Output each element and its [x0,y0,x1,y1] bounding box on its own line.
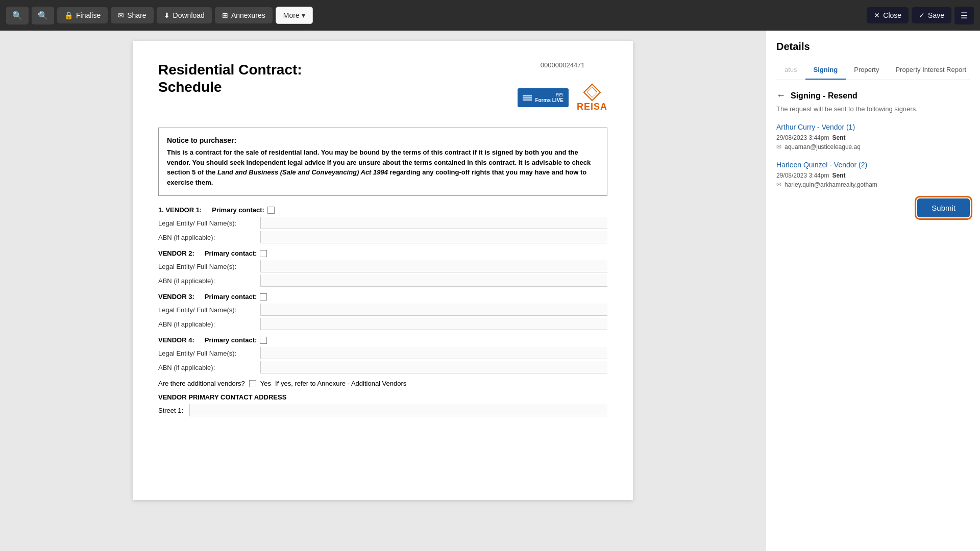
finalise-label: Finalise [76,11,101,19]
vendor-2-legal-entity-row: Legal Entity/ Full Name(s): [158,260,607,272]
download-button[interactable]: ⬇ Download [157,7,212,23]
sidebar: Details atus Signing Property Property I… [766,31,980,551]
additional-vendors-checkbox[interactable] [249,380,256,387]
signer-2-card: Harleen Quinzel - Vendor (2) 29/08/2023 … [776,161,970,188]
signer-1-email-row: ✉ aquaman@justiceleague.aq [776,143,970,151]
vendor-2-primary-checkbox[interactable] [260,250,267,257]
vendor-4-primary-contact: Primary contact: [205,336,267,344]
rei-logo-text: REI Forms LIVE [535,92,564,103]
tab-signing[interactable]: Signing [805,61,846,80]
vendor-4-legal-entity-input[interactable] [260,347,607,359]
signer-1-name[interactable]: Arthur Curry - Vendor (1) [776,123,970,131]
submit-btn-area: Submit [776,198,970,228]
street-1-row: Street 1: [158,404,607,416]
vendor-3-legal-entity-input[interactable] [260,304,607,316]
title-line2: Schedule [158,79,302,96]
signer-1-card: Arthur Curry - Vendor (1) 29/08/2023 3:4… [776,123,970,151]
tab-property-interest-report[interactable]: Property Interest Report [887,61,974,80]
share-label: Share [127,11,146,19]
sidebar-header: Details atus Signing Property Property I… [766,31,980,80]
vendor-1-abn-input[interactable] [260,231,607,243]
rei-lines-icon [523,95,532,101]
submit-button[interactable]: Submit [917,198,970,217]
reisa-logo: REISA [577,83,607,112]
close-button[interactable]: ✕ Close [867,7,909,23]
sidebar-title: Details [776,41,970,53]
share-button[interactable]: ✉ Share [111,7,153,23]
vendor-4-legal-entity-row: Legal Entity/ Full Name(s): [158,347,607,359]
signing-subtitle: The request will be sent to the followin… [776,105,970,113]
doc-number: 000000024471 [541,61,585,69]
tab-property[interactable]: Property [846,61,887,80]
menu-button[interactable]: ☰ [954,7,974,24]
vendor-3-label: VENDOR 3: Primary contact: [158,293,607,300]
checkmark-icon: ✓ [919,11,925,19]
doc-title: Residential Contract: Schedule [158,61,302,95]
vendor-2-abn-input[interactable] [260,274,607,287]
finalise-button[interactable]: 🔒 Finalise [57,7,108,23]
lock-icon: 🔒 [64,11,73,19]
close-label: Close [883,11,901,19]
vendor-3-abn-row: ABN (if applicable): [158,318,607,330]
notice-italic-text: Land and Business (Sale and Conveyancing… [217,168,388,176]
toolbar-right: ✕ Close ✓ Save ☰ [867,7,974,24]
search-button-1[interactable]: 🔍 [6,7,29,24]
save-button[interactable]: ✓ Save [912,7,951,23]
vendor-3-legal-entity-row: Legal Entity/ Full Name(s): [158,304,607,316]
signer-2-email: harley.quin@arkhamrealty.gotham [785,181,877,188]
document-page: Residential Contract: Schedule 000000024… [133,41,633,500]
signer-2-meta: 29/08/2023 3:44pm Sent [776,172,970,179]
vendor-2-label: VENDOR 2: Primary contact: [158,249,607,257]
notice-title: Notice to purchaser: [167,136,599,144]
title-line1: Residential Contract: [158,61,302,79]
envelope-icon-1: ✉ [776,143,781,151]
signer-1-meta: 29/08/2023 3:44pm Sent [776,134,970,141]
signer-2-name[interactable]: Harleen Quinzel - Vendor (2) [776,161,970,169]
vendor-3-abn-input[interactable] [260,318,607,330]
vendor-4-label: VENDOR 4: Primary contact: [158,336,607,344]
vendor-4-primary-checkbox[interactable] [260,337,267,344]
toolbar-left: 🔍 🔍 🔒 Finalise ✉ Share ⬇ Download ⊞ Anne… [6,7,313,24]
more-label: More [283,11,300,19]
doc-logos: 000000024471 REI Forms LIVE [518,61,607,112]
annexure-text: If yes, refer to Annexure - Additional V… [275,380,406,387]
vendor-3-primary-checkbox[interactable] [260,293,267,300]
vendor-3-section: VENDOR 3: Primary contact: Legal Entity/… [158,293,607,330]
vendor-3-primary-contact: Primary contact: [205,293,267,300]
share-icon: ✉ [118,11,124,19]
close-icon: ✕ [874,11,880,19]
sidebar-tabs: atus Signing Property Property Interest … [776,61,970,80]
document-area: Residential Contract: Schedule 000000024… [0,31,766,551]
vendor-1-legal-entity-input[interactable] [260,217,607,229]
signing-header: ← Signing - Resend [776,90,970,101]
reisa-text: REISA [577,102,607,112]
search-button-2[interactable]: 🔍 [32,7,54,24]
vendor-1-label: 1. VENDOR 1: Primary contact: [158,206,607,214]
vendor-4-abn-input[interactable] [260,361,607,373]
annexures-button[interactable]: ⊞ Annexures [215,7,273,23]
street-1-input[interactable] [189,404,607,416]
rei-forms-live-logo: REI Forms LIVE [518,88,569,107]
download-label: Download [173,11,205,19]
more-button[interactable]: More ▾ [276,7,313,24]
notice-box: Notice to purchaser: This is a contract … [158,128,607,196]
chevron-down-icon: ▾ [302,11,305,19]
envelope-icon-2: ✉ [776,181,781,188]
doc-header: Residential Contract: Schedule 000000024… [158,61,607,112]
vendor-1-legal-entity-row: Legal Entity/ Full Name(s): [158,217,607,229]
vendor-2-legal-entity-input[interactable] [260,260,607,272]
vendor-1-section: 1. VENDOR 1: Primary contact: Legal Enti… [158,206,607,243]
vendor-1-primary-checkbox[interactable] [267,207,275,214]
back-arrow-icon[interactable]: ← [776,90,786,101]
vendor-4-abn-row: ABN (if applicable): [158,361,607,373]
signer-2-datetime: 29/08/2023 3:44pm [776,172,829,179]
sidebar-content: ← Signing - Resend The request will be s… [766,80,980,551]
vendor-1-abn-row: ABN (if applicable): [158,231,607,243]
vendor-4-section: VENDOR 4: Primary contact: Legal Entity/… [158,336,607,373]
tab-status[interactable]: atus [776,61,805,80]
vendor-primary-heading: VENDOR PRIMARY CONTACT ADDRESS [158,393,607,401]
additional-vendors-label: Are there additional vendors? [158,380,245,387]
signer-1-email: aquaman@justiceleague.aq [785,143,861,151]
street-label: Street 1: [158,407,183,414]
additional-vendors-yes-label: Yes [260,380,271,387]
